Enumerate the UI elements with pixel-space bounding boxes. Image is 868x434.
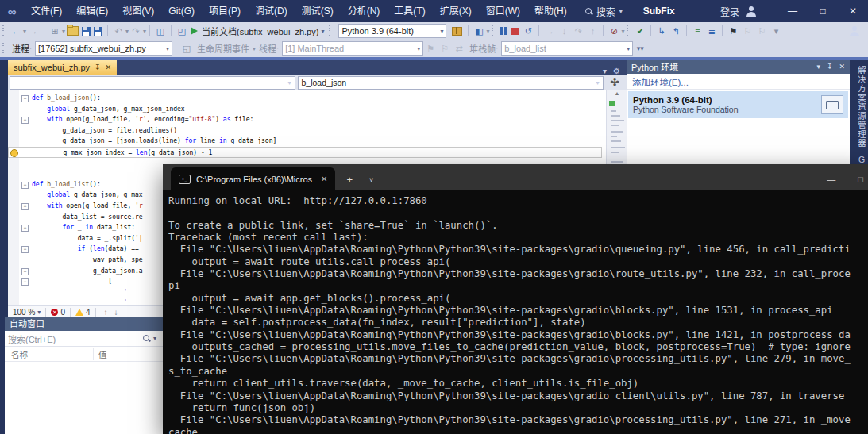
code-line[interactable]: − with open(g_load_file, 'r', encoding="…: [8, 114, 605, 125]
terminal-tab[interactable]: >_ C:\Program Files (x86)\Micros ✕: [171, 167, 335, 190]
column-value[interactable]: 值: [94, 348, 107, 360]
back-icon[interactable]: ←: [10, 25, 22, 37]
thread-combobox[interactable]: [1] MainThread▾: [282, 41, 423, 56]
new-project-icon[interactable]: ⊞: [48, 25, 61, 37]
redo-icon-caret-icon[interactable]: ▾: [143, 28, 146, 35]
stack-frame-combobox[interactable]: b_load_list▾: [501, 41, 633, 56]
lightbulb-icon[interactable]: [10, 149, 18, 157]
terminal-window[interactable]: >_ C:\Program Files (x86)\Micros ✕ + ˅ —…: [163, 164, 868, 434]
fold-collapse-icon[interactable]: −: [21, 278, 29, 286]
open-folder-icon[interactable]: [67, 26, 79, 36]
environment-list-item[interactable]: Python 3.9 (64-bit) Python Software Foun…: [628, 91, 848, 118]
menu-item[interactable]: 调试(D): [248, 0, 295, 22]
feedback-icon[interactable]: [849, 25, 860, 36]
menu-item[interactable]: 扩展(X): [433, 0, 479, 22]
user-profile-icon[interactable]: [746, 6, 757, 17]
pause-icon[interactable]: [500, 27, 507, 35]
close-button[interactable]: ✕: [838, 0, 868, 22]
member-dropdown[interactable]: b_load_json▾: [298, 76, 604, 90]
step-into-icon[interactable]: ↓: [557, 25, 570, 37]
next-bookmark-icon[interactable]: ⚐: [755, 25, 768, 37]
find-in-files-icon[interactable]: ◫: [154, 25, 167, 37]
web-preview-icon[interactable]: ◰: [176, 25, 188, 37]
save-icon[interactable]: [82, 27, 91, 36]
toolbar-drag-handle[interactable]: [2, 43, 6, 54]
sign-in-button[interactable]: 登录: [720, 5, 739, 18]
type-dropdown[interactable]: ▾: [10, 76, 295, 90]
next-issue-icon[interactable]: ↓: [114, 308, 118, 317]
lifecycle-events-label[interactable]: 生命周期事件: [197, 42, 249, 55]
close-tab-icon[interactable]: ✕: [321, 175, 327, 183]
menu-item[interactable]: 工具(T): [387, 0, 432, 22]
error-count[interactable]: 0: [60, 308, 65, 317]
toolbar-overflow-icon[interactable]: ▾▾: [634, 42, 646, 55]
run-target-caret-icon[interactable]: ▾: [321, 28, 324, 35]
side-tab[interactable]: 解决方案资源管理器: [850, 66, 868, 148]
tab-dropdown-icon[interactable]: ˅: [361, 176, 373, 184]
panel-header[interactable]: Python 环境 ▾ ↧ ✕: [627, 60, 850, 74]
step-out-icon[interactable]: ↑: [586, 25, 599, 37]
code-line[interactable]: g_max_json_index = len(g_data_json) - 1: [8, 147, 602, 158]
new-tab-button[interactable]: +: [346, 174, 353, 186]
prev-issue-icon[interactable]: ↑: [104, 308, 108, 317]
fold-collapse-icon[interactable]: −: [21, 182, 29, 189]
code-line[interactable]: g_data_json = [json.loads(line) for line…: [8, 136, 605, 147]
package-manager-icon[interactable]: [452, 27, 462, 36]
terminal-minimize-button[interactable]: —: [827, 175, 835, 184]
toolbar-drag-handle[interactable]: [627, 25, 631, 36]
flag-icon[interactable]: ⚑: [424, 42, 437, 55]
pin-icon[interactable]: ↧: [95, 63, 101, 71]
breakpoints-icon[interactable]: ⊘: [608, 25, 620, 37]
code-line[interactable]: −def b_load_json():: [8, 93, 605, 104]
code-line[interactable]: g_data_json = file.readlines(): [8, 125, 605, 136]
document-list-caret-icon[interactable]: ▾: [603, 67, 607, 75]
maximize-button[interactable]: □: [808, 0, 838, 22]
fold-collapse-icon[interactable]: −: [21, 225, 29, 232]
toolbar-drag-handle[interactable]: [2, 25, 6, 36]
process-combobox[interactable]: [17652] subfix_webui_zh.py▾: [35, 41, 172, 56]
breakpoints-icon-caret-icon[interactable]: ▾: [621, 28, 624, 35]
zoom-level[interactable]: 100 %: [13, 308, 35, 317]
bookmark-more-icon[interactable]: ▾: [770, 25, 782, 37]
interactive-send-icon[interactable]: ≣: [705, 25, 718, 37]
code-line[interactable]: global g_data_json, g_max_json_index: [8, 104, 605, 115]
toolbar-drag-handle[interactable]: [492, 25, 496, 36]
fold-collapse-icon[interactable]: −: [21, 268, 29, 275]
restart-icon[interactable]: ↺: [522, 25, 534, 37]
start-debug-button[interactable]: [191, 27, 198, 35]
menu-item[interactable]: 分析(N): [341, 0, 388, 22]
prev-bookmark-icon[interactable]: ⚐: [741, 25, 754, 37]
flag-outline-icon[interactable]: ⚐: [438, 42, 451, 55]
terminal-title-bar[interactable]: >_ C:\Program Files (x86)\Micros ✕ + ˅ —…: [163, 164, 868, 190]
forward-icon[interactable]: →: [27, 25, 40, 37]
terminal-output[interactable]: Running on local URL: http://127.0.0.1:7…: [163, 190, 868, 434]
lifecycle-caret-icon[interactable]: ▾: [253, 45, 256, 52]
menu-item[interactable]: 编辑(E): [69, 0, 115, 22]
toolbar-drag-handle[interactable]: [329, 25, 333, 36]
search-input[interactable]: 搜索(Ctrl+E): [8, 332, 143, 345]
interactive-list-icon[interactable]: ≡: [691, 25, 704, 37]
search-icon[interactable]: [143, 335, 150, 342]
window-layout-icon-caret-icon[interactable]: ▾: [486, 28, 489, 35]
fold-collapse-icon[interactable]: −: [21, 246, 29, 253]
window-layout-icon[interactable]: ◧: [473, 25, 485, 37]
undo-icon-caret-icon[interactable]: ▾: [125, 28, 129, 35]
back-icon-caret-icon[interactable]: ▾: [23, 28, 26, 35]
search-options-caret-icon[interactable]: ▾: [153, 335, 156, 342]
menu-item[interactable]: 测试(S): [295, 0, 341, 22]
split-editor-handle[interactable]: ✣: [604, 76, 627, 89]
menu-item[interactable]: 窗口(W): [479, 0, 527, 22]
new-project-icon-caret-icon[interactable]: ▾: [62, 28, 65, 35]
column-name[interactable]: 名称: [5, 348, 94, 360]
menu-item[interactable]: 视图(V): [115, 0, 161, 22]
document-tab[interactable]: subfix_webui_zh.py ↧ ✕: [8, 60, 117, 75]
menu-item[interactable]: 帮助(H): [527, 0, 574, 22]
undo-icon[interactable]: ↶: [112, 25, 125, 37]
lifecycle-events-icon[interactable]: ◱: [180, 42, 193, 55]
search-box[interactable]: 搜索 ▾: [585, 5, 623, 18]
menu-item[interactable]: 项目(P): [202, 0, 248, 22]
terminal-maximize-button[interactable]: □: [858, 175, 863, 184]
scroll-up-icon[interactable]: ▲: [607, 90, 627, 98]
fold-collapse-icon[interactable]: −: [21, 203, 29, 210]
editor-options-gear-icon[interactable]: ⚙: [613, 67, 620, 75]
